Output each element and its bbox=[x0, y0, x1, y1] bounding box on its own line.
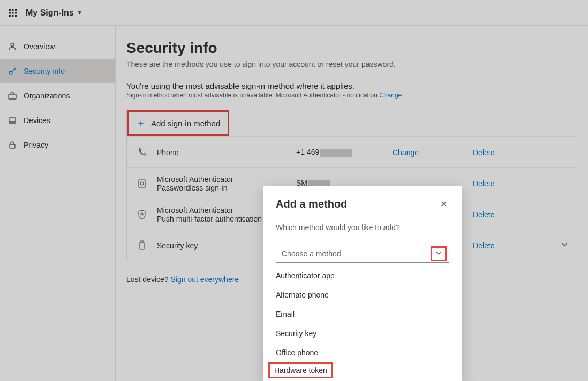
add-sign-in-row: ＋ Add sign-in method bbox=[126, 110, 577, 136]
advice-sub-text: Sign-in method when most advisable is un… bbox=[126, 92, 379, 99]
key-icon bbox=[7, 66, 17, 76]
dropdown-placeholder: Choose a method bbox=[282, 249, 341, 258]
app-title-dropdown[interactable]: My Sign-Ins ▼ bbox=[26, 8, 82, 18]
chevron-down-icon: ▼ bbox=[77, 10, 82, 16]
svg-rect-7 bbox=[12, 15, 14, 17]
svg-rect-18 bbox=[141, 241, 143, 242]
page-subtitle: These are the methods you use to sign in… bbox=[126, 60, 577, 68]
delete-link[interactable]: Delete bbox=[473, 179, 532, 188]
phone-icon bbox=[135, 147, 148, 158]
redacted bbox=[320, 149, 352, 157]
sidebar-item-label: Overview bbox=[24, 42, 55, 51]
advice-line: You're using the most advisable sign-in … bbox=[126, 81, 577, 90]
svg-point-16 bbox=[141, 213, 143, 215]
sidebar-item-overview[interactable]: Overview bbox=[0, 34, 115, 59]
svg-rect-1 bbox=[12, 9, 14, 11]
lost-device-prefix: Lost device? bbox=[126, 275, 171, 284]
advice-change-link[interactable]: Change bbox=[379, 92, 402, 99]
sidebar-item-organizations[interactable]: Organizations bbox=[0, 83, 115, 108]
usb-key-icon bbox=[135, 240, 148, 251]
change-link[interactable]: Change bbox=[393, 148, 473, 157]
lock-icon bbox=[7, 140, 17, 150]
svg-point-15 bbox=[140, 182, 144, 185]
svg-rect-12 bbox=[9, 118, 16, 122]
method-row-phone: Phone +1 469 Change Delete bbox=[127, 136, 577, 167]
svg-point-9 bbox=[11, 43, 14, 47]
svg-rect-5 bbox=[15, 12, 17, 13]
page-title: Security info bbox=[126, 40, 577, 57]
sidebar-item-devices[interactable]: Devices bbox=[0, 108, 115, 133]
svg-rect-11 bbox=[9, 94, 16, 99]
add-button-label: Add sign-in method bbox=[151, 119, 220, 128]
delete-link[interactable]: Delete bbox=[473, 148, 532, 157]
header: My Sign-Ins ▼ bbox=[0, 0, 588, 26]
sidebar-item-label: Organizations bbox=[24, 92, 70, 100]
app-title: My Sign-Ins bbox=[26, 8, 74, 18]
briefcase-icon bbox=[7, 91, 17, 101]
app-launcher-icon[interactable] bbox=[7, 7, 18, 18]
sidebar: Overview Security info Organizations Dev… bbox=[0, 26, 116, 381]
option-office-phone[interactable]: Office phone bbox=[263, 343, 462, 362]
delete-link[interactable]: Delete bbox=[473, 241, 532, 250]
option-alternate-phone[interactable]: Alternate phone bbox=[263, 285, 462, 304]
add-method-dialog: Add a method ✕ Which method would you li… bbox=[263, 186, 462, 381]
method-value: +1 469 bbox=[296, 148, 393, 156]
authenticator-icon bbox=[135, 178, 148, 189]
person-icon bbox=[7, 42, 17, 51]
svg-rect-6 bbox=[9, 15, 11, 17]
dialog-question: Which method would you like to add? bbox=[276, 223, 449, 232]
sidebar-item-privacy[interactable]: Privacy bbox=[0, 133, 115, 157]
dropdown-options: Authenticator app Alternate phone Email … bbox=[263, 266, 462, 380]
svg-rect-14 bbox=[139, 179, 145, 188]
advice-sub: Sign-in method when most advisable is un… bbox=[126, 92, 577, 99]
method-dropdown[interactable]: Choose a method bbox=[276, 245, 449, 263]
method-label: Phone bbox=[157, 148, 296, 157]
sidebar-item-label: Privacy bbox=[24, 141, 48, 149]
sidebar-item-security-info[interactable]: Security info bbox=[0, 59, 115, 83]
delete-link[interactable]: Delete bbox=[473, 210, 532, 219]
add-sign-in-method-button[interactable]: ＋ Add sign-in method bbox=[127, 110, 229, 136]
svg-rect-17 bbox=[140, 242, 144, 249]
dialog-header: Add a method ✕ bbox=[276, 197, 449, 211]
laptop-icon bbox=[7, 116, 17, 125]
expand-chevron-icon[interactable] bbox=[561, 241, 568, 250]
plus-icon: ＋ bbox=[136, 118, 146, 128]
option-email[interactable]: Email bbox=[263, 304, 462, 324]
dialog-title: Add a method bbox=[276, 198, 347, 210]
authenticator-shield-icon bbox=[135, 209, 148, 220]
option-authenticator-app[interactable]: Authenticator app bbox=[263, 266, 462, 285]
sign-out-everywhere-link[interactable]: Sign out everywhere bbox=[171, 275, 239, 284]
sidebar-item-label: Devices bbox=[24, 116, 50, 125]
svg-rect-3 bbox=[9, 12, 11, 13]
svg-rect-13 bbox=[10, 144, 15, 148]
svg-rect-2 bbox=[15, 9, 17, 11]
close-icon[interactable]: ✕ bbox=[438, 197, 449, 211]
option-hardware-token[interactable]: Hardware token bbox=[268, 362, 333, 378]
option-security-key[interactable]: Security key bbox=[263, 324, 462, 343]
svg-rect-0 bbox=[9, 9, 11, 11]
svg-rect-8 bbox=[15, 15, 17, 17]
sidebar-item-label: Security info bbox=[24, 67, 65, 75]
svg-rect-4 bbox=[12, 12, 14, 13]
chevron-down-icon[interactable] bbox=[431, 246, 447, 261]
